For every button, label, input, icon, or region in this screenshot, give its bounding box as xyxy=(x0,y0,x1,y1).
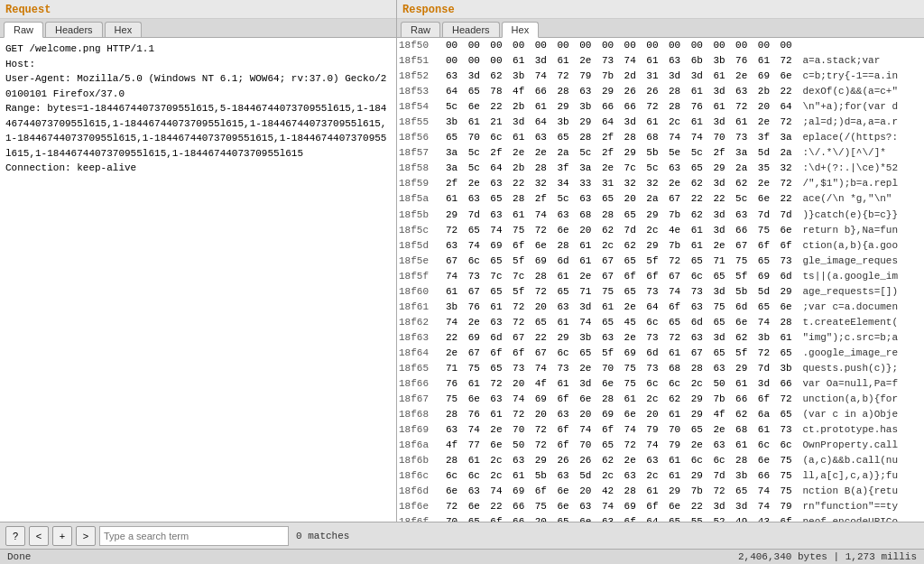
ascii-cell: (a,c)&&b.call(nu xyxy=(797,453,924,468)
hex-cell: 72 xyxy=(753,346,775,361)
hex-cell: 3a xyxy=(730,145,753,161)
hex-cell: 55 xyxy=(686,514,708,522)
hex-cell: 64 xyxy=(530,115,552,130)
hex-cell: 67 xyxy=(663,269,686,284)
table-row: 18f613b76617220633d612e646f63756d656e;va… xyxy=(397,300,924,315)
hex-cell: 68 xyxy=(730,422,753,438)
search-input[interactable] xyxy=(99,526,289,546)
hex-cell: 62 xyxy=(730,176,753,191)
hex-cell: 61 xyxy=(642,53,664,69)
ascii-cell: a=a.stack;var xyxy=(797,53,924,69)
hex-addr: 18f57 xyxy=(397,145,440,161)
hex-cell: 28 xyxy=(619,484,642,499)
hex-cell: 50 xyxy=(507,438,530,453)
hex-cell: 74 xyxy=(574,315,596,330)
next-button[interactable]: > xyxy=(76,526,96,546)
hex-cell: 3b xyxy=(730,468,753,484)
response-title: Response xyxy=(397,0,924,19)
table-row: 18f573a5c2f2e2e2a5c2f295b5e5c2f3a5d2a:\/… xyxy=(397,145,924,161)
hex-addr: 18f51 xyxy=(397,53,440,69)
hex-cell: 63 xyxy=(574,84,596,99)
hex-cell: 63 xyxy=(708,361,731,376)
add-button[interactable]: + xyxy=(52,526,72,546)
table-row: 18f52633d623b7472797b2d313d3d612e696ec=b… xyxy=(397,69,924,84)
hex-cell: 69 xyxy=(485,238,508,254)
hex-cell: 75 xyxy=(440,392,463,407)
table-row: 18f51000000613d612e737461636b3b766172a=a… xyxy=(397,53,924,69)
hex-cell: 3d xyxy=(507,115,530,130)
hex-cell: 6d xyxy=(686,315,708,330)
hex-cell: 6c xyxy=(686,453,708,468)
hex-cell: 6e xyxy=(775,69,798,84)
hex-cell: 65 xyxy=(686,161,708,176)
hex-cell: 6d xyxy=(642,346,664,361)
hex-addr: 18f5f xyxy=(397,269,440,284)
hex-cell: 65 xyxy=(463,84,485,99)
table-row: 18f62742e637265617465456c656d656e7428t.c… xyxy=(397,315,924,330)
hex-cell: 6f xyxy=(552,392,575,407)
hex-cell: 2c xyxy=(485,468,508,484)
hex-cell: 2e xyxy=(596,161,619,176)
hex-cell: 71 xyxy=(440,361,463,376)
table-row: 18f5c72657475726e20627d2c4e613d66756eret… xyxy=(397,223,924,238)
hex-cell: 35 xyxy=(753,161,775,176)
hex-cell: 63 xyxy=(730,208,753,223)
hex-cell: 2f xyxy=(530,191,552,207)
response-tab-hex[interactable]: Hex xyxy=(502,22,540,38)
hex-cell: 66 xyxy=(530,84,552,99)
hex-cell: 2e xyxy=(663,176,686,191)
hex-cell: 61 xyxy=(596,300,619,315)
hex-cell: 6d xyxy=(775,269,798,284)
hex-cell: 65 xyxy=(730,484,753,499)
hex-cell: 73 xyxy=(642,361,664,376)
hex-cell: 74 xyxy=(686,130,708,145)
hex-cell: 74 xyxy=(507,392,530,407)
hex-cell: 6f xyxy=(775,238,798,254)
hex-cell: 72 xyxy=(485,376,508,392)
hex-cell: 28 xyxy=(596,392,619,407)
hex-cell: 31 xyxy=(596,176,619,191)
hex-cell: 22 xyxy=(485,99,508,115)
prev-button[interactable]: < xyxy=(29,526,49,546)
hex-cell: 70 xyxy=(507,422,530,438)
hex-cell: 20 xyxy=(619,191,642,207)
hex-cell: 68 xyxy=(642,130,664,145)
hex-cell: 6f xyxy=(507,346,530,361)
hex-cell: 63 xyxy=(574,499,596,514)
hex-cell: 2f xyxy=(708,145,731,161)
hex-cell: 64 xyxy=(642,300,664,315)
hex-cell: 6e xyxy=(663,499,686,514)
hex-cell: 72 xyxy=(642,99,664,115)
hex-addr: 18f68 xyxy=(397,407,440,422)
hex-cell: 29 xyxy=(686,468,708,484)
hex-cell: 7c xyxy=(485,269,508,284)
hex-cell: 50 xyxy=(708,376,731,392)
request-tab-raw[interactable]: Raw xyxy=(4,22,43,38)
hex-cell: 73 xyxy=(686,284,708,300)
ascii-cell: ;var c=a.documen xyxy=(797,300,924,315)
request-tab-headers[interactable]: Headers xyxy=(45,22,103,37)
hex-cell: 61 xyxy=(663,468,686,484)
hex-cell: 74 xyxy=(440,269,463,284)
ascii-cell: ll,a[c],c,a)};fu xyxy=(797,468,924,484)
hex-cell: 63 xyxy=(663,161,686,176)
hex-cell: 62 xyxy=(485,69,508,84)
hex-cell: 65 xyxy=(552,514,575,522)
hex-addr: 18f6d xyxy=(397,484,440,499)
request-tab-hex[interactable]: Hex xyxy=(105,22,143,37)
hex-addr: 18f52 xyxy=(397,69,440,84)
hex-cell: 2e xyxy=(463,315,485,330)
help-button[interactable]: ? xyxy=(5,526,25,546)
hex-cell: 61 xyxy=(507,208,530,223)
hex-cell: 63 xyxy=(686,300,708,315)
response-tab-headers[interactable]: Headers xyxy=(442,22,500,37)
hex-cell: 29 xyxy=(440,208,463,223)
hex-cell: 61 xyxy=(485,407,508,422)
table-row: 18f6963742e70726f746f747970652e686173ct.… xyxy=(397,422,924,438)
response-tab-raw[interactable]: Raw xyxy=(401,22,440,37)
hex-cell: 77 xyxy=(463,438,485,453)
hex-cell: 62 xyxy=(663,392,686,407)
hex-cell: 2c xyxy=(596,238,619,254)
hex-cell: 72 xyxy=(775,53,798,69)
ascii-cell: peof encodeURICo xyxy=(797,514,924,522)
